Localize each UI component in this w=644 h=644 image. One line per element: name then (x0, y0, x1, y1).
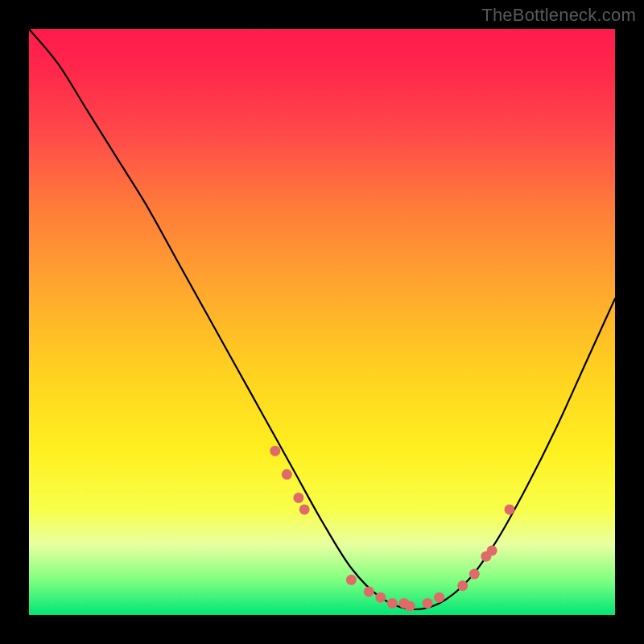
marker-dot (504, 504, 514, 514)
marker-dot (346, 575, 357, 585)
watermark-label: TheBottleneck.com (481, 5, 636, 26)
curve-svg (29, 29, 615, 615)
marker-dot (469, 569, 480, 580)
marker-dot (434, 592, 444, 603)
bottleneck-curve (29, 29, 615, 609)
marker-dot (405, 601, 415, 612)
marker-dot (299, 504, 310, 514)
marker-dot (387, 598, 398, 609)
marker-dot (364, 586, 374, 597)
marker-dot (457, 580, 468, 591)
marker-dot (282, 469, 292, 480)
marker-dot (375, 592, 386, 603)
chart-stage: TheBottleneck.com (0, 0, 644, 644)
plot-area (29, 29, 615, 615)
marker-dot (270, 446, 280, 456)
marker-dot (423, 598, 433, 609)
marker-dot (487, 545, 497, 555)
marker-dots (270, 446, 514, 612)
marker-dot (293, 493, 303, 503)
